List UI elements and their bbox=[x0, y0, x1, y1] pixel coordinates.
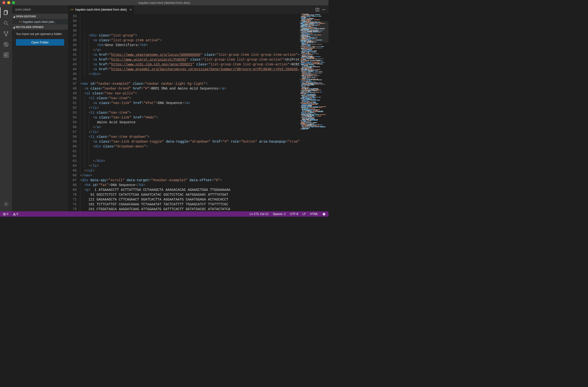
activity-bar bbox=[0, 5, 12, 211]
editor-body[interactable]: 3334353637383940414243444546474849505152… bbox=[68, 14, 329, 211]
open-folder-button[interactable]: Open Folder bbox=[16, 39, 64, 46]
no-folder-section[interactable]: ◢ NO FOLDER OPENED bbox=[12, 24, 68, 30]
no-folder-message: You have not yet opened a folder. bbox=[16, 32, 64, 36]
open-editors-section[interactable]: ◢ OPEN EDITORS bbox=[12, 14, 68, 19]
editor-tab[interactable]: <> hayden-zach.html (deleted from disk) … bbox=[68, 5, 134, 14]
svg-point-19 bbox=[325, 9, 325, 10]
status-errors[interactable]: 0 bbox=[2, 212, 9, 216]
debug-icon[interactable] bbox=[0, 39, 12, 50]
chevron-down-icon: ◢ bbox=[13, 15, 15, 18]
svg-point-17 bbox=[322, 9, 323, 10]
svg-point-25 bbox=[323, 213, 325, 215]
svg-point-26 bbox=[323, 214, 324, 214]
errors-count: 0 bbox=[7, 212, 8, 216]
html-file-icon: <> bbox=[19, 20, 22, 23]
svg-point-24 bbox=[14, 215, 15, 215]
open-editor-filename: hayden-zach.html (del… bbox=[23, 20, 57, 24]
more-icon[interactable] bbox=[322, 8, 326, 12]
warnings-count: 0 bbox=[17, 212, 18, 216]
minimap[interactable] bbox=[299, 14, 329, 211]
status-line-col[interactable]: Ln 173, Col 12 bbox=[249, 212, 269, 216]
status-feedback-icon[interactable] bbox=[321, 213, 327, 216]
status-warnings[interactable]: 0 bbox=[12, 212, 19, 216]
split-editor-icon[interactable] bbox=[315, 8, 319, 12]
chevron-down-icon: ◢ bbox=[13, 26, 15, 28]
tab-label: hayden-zach.html (deleted from disk) bbox=[75, 8, 127, 11]
traffic-lights bbox=[0, 1, 15, 4]
svg-rect-1 bbox=[4, 11, 7, 15]
source-control-icon[interactable] bbox=[0, 28, 12, 39]
open-editor-item[interactable]: <> hayden-zach.html (del… bbox=[12, 19, 68, 24]
tabs-row: <> hayden-zach.html (deleted from disk) … bbox=[68, 5, 329, 14]
close-icon[interactable]: × bbox=[128, 8, 132, 12]
settings-icon[interactable] bbox=[0, 199, 12, 209]
svg-point-27 bbox=[324, 214, 325, 214]
minimap-viewport[interactable] bbox=[299, 21, 329, 43]
svg-rect-10 bbox=[4, 53, 6, 55]
svg-line-3 bbox=[7, 24, 8, 25]
line-number-gutter: 3334353637383940414243444546474849505152… bbox=[68, 14, 80, 211]
svg-point-9 bbox=[6, 43, 6, 44]
status-bar: 0 0 Ln 173, Col 12 Spaces: 2 UTF-8 LF HT… bbox=[0, 211, 329, 217]
status-language[interactable]: HTML bbox=[309, 212, 319, 216]
titlebar: hayden-zach.html (deleted from disk) bbox=[0, 0, 329, 5]
svg-point-14 bbox=[5, 203, 7, 205]
svg-point-4 bbox=[4, 32, 5, 33]
status-eol[interactable]: LF bbox=[301, 212, 307, 216]
svg-rect-13 bbox=[6, 53, 8, 54]
svg-point-6 bbox=[5, 35, 7, 36]
svg-rect-11 bbox=[4, 55, 6, 57]
sidebar: EXPLORER ◢ OPEN EDITORS <> hayden-zach.h… bbox=[12, 5, 68, 211]
close-window-button[interactable] bbox=[2, 1, 5, 4]
svg-point-5 bbox=[7, 32, 8, 33]
html-file-icon: <> bbox=[70, 8, 74, 11]
tab-actions bbox=[313, 5, 329, 14]
minimize-window-button[interactable] bbox=[7, 1, 10, 4]
window-title: hayden-zach.html (deleted from disk) bbox=[138, 1, 190, 5]
code-text-area[interactable]: <div class="list-group"> <a class="list-… bbox=[80, 14, 299, 211]
sidebar-title: EXPLORER bbox=[12, 5, 68, 14]
explorer-icon[interactable] bbox=[0, 7, 12, 18]
svg-rect-12 bbox=[6, 55, 8, 57]
svg-point-2 bbox=[4, 21, 7, 24]
no-folder-label: NO FOLDER OPENED bbox=[16, 25, 43, 28]
status-spaces[interactable]: Spaces: 2 bbox=[272, 212, 287, 216]
maximize-window-button[interactable] bbox=[12, 1, 15, 4]
editor-area: <> hayden-zach.html (deleted from disk) … bbox=[68, 5, 329, 211]
status-encoding[interactable]: UTF-8 bbox=[289, 212, 299, 216]
svg-point-18 bbox=[323, 9, 324, 10]
open-editors-label: OPEN EDITORS bbox=[16, 15, 36, 18]
extensions-icon[interactable] bbox=[0, 50, 12, 60]
search-icon[interactable] bbox=[0, 18, 12, 28]
